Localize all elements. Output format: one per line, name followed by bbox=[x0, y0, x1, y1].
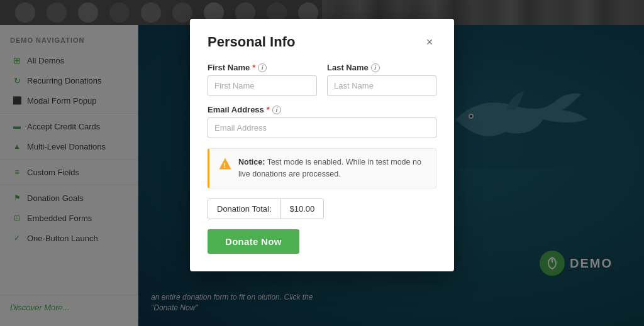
first-name-info-icon[interactable]: i bbox=[258, 63, 267, 72]
last-name-group: Last Name i bbox=[327, 63, 436, 96]
modal-dialog: Personal Info × First Name * i Last Name… bbox=[190, 19, 454, 271]
email-required-star: * bbox=[267, 105, 270, 114]
email-label: Email Address * i bbox=[208, 105, 436, 114]
donation-total-row: Donation Total: $10.00 bbox=[208, 198, 324, 219]
modal-close-button[interactable]: × bbox=[423, 35, 436, 49]
svg-text:!: ! bbox=[223, 162, 225, 169]
donation-amount: $10.00 bbox=[281, 199, 324, 219]
donation-total-label: Donation Total: bbox=[208, 199, 281, 219]
first-name-label: First Name * i bbox=[208, 63, 317, 72]
last-name-label: Last Name i bbox=[327, 63, 436, 72]
email-info-icon[interactable]: i bbox=[272, 106, 281, 114]
notice-box: ! Notice: Test mode is enabled. While in… bbox=[208, 148, 436, 188]
modal-title: Personal Info bbox=[208, 34, 295, 50]
modal-overlay: Personal Info × First Name * i Last Name… bbox=[0, 0, 644, 326]
last-name-input[interactable] bbox=[327, 75, 436, 96]
notice-body: Test mode is enabled. While in test mode… bbox=[238, 158, 421, 178]
first-name-input[interactable] bbox=[208, 75, 317, 96]
first-name-group: First Name * i bbox=[208, 63, 317, 96]
warning-icon: ! bbox=[218, 157, 232, 171]
email-group: Email Address * i bbox=[208, 105, 436, 138]
email-input[interactable] bbox=[208, 117, 436, 138]
name-row: First Name * i Last Name i bbox=[208, 63, 436, 96]
last-name-info-icon[interactable]: i bbox=[371, 63, 380, 72]
notice-text: Notice: Test mode is enabled. While in t… bbox=[238, 156, 427, 180]
donate-now-button[interactable]: Donate Now bbox=[208, 229, 299, 254]
notice-bold: Notice: bbox=[238, 158, 265, 166]
required-star: * bbox=[252, 63, 255, 72]
modal-header: Personal Info × bbox=[208, 34, 436, 50]
